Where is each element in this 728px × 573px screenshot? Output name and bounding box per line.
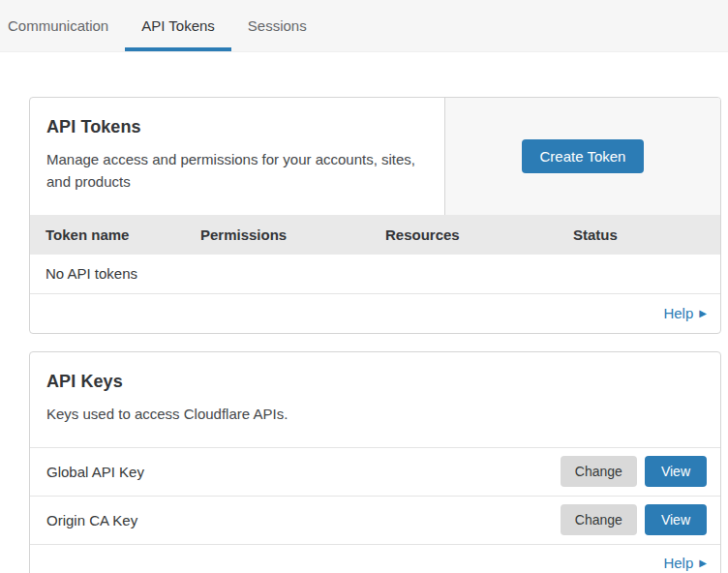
origin-ca-key-change-button[interactable]: Change <box>561 504 637 535</box>
global-api-key-label: Global API Key <box>46 464 561 480</box>
help-link-label: Help <box>663 555 693 571</box>
api-keys-card: API Keys Keys used to access Cloudflare … <box>29 351 721 573</box>
api-keys-description: Keys used to access Cloudflare APIs. <box>46 403 434 425</box>
tab-communication[interactable]: Communication <box>0 0 125 51</box>
create-token-panel: Create Token <box>444 98 720 215</box>
global-api-key-row: Global API Key Change View <box>30 447 720 496</box>
tab-sessions[interactable]: Sessions <box>231 0 323 51</box>
api-keys-card-footer: Help ▶ <box>30 544 720 573</box>
api-tokens-help-link[interactable]: Help ▶ <box>663 305 707 321</box>
origin-ca-key-row: Origin CA Key Change View <box>30 496 720 544</box>
help-link-label: Help <box>663 305 693 321</box>
api-tokens-card-header-text: API Tokens Manage access and permissions… <box>30 98 444 215</box>
column-permissions: Permissions <box>200 226 385 243</box>
api-tokens-title: API Tokens <box>46 117 421 137</box>
api-tokens-card: API Tokens Manage access and permissions… <box>29 97 721 334</box>
tab-api-tokens[interactable]: API Tokens <box>125 0 231 51</box>
api-keys-help-link[interactable]: Help ▶ <box>663 555 707 571</box>
token-table-header: Token name Permissions Resources Status <box>30 215 720 255</box>
origin-ca-key-label: Origin CA Key <box>46 512 561 528</box>
column-resources: Resources <box>385 226 573 243</box>
token-table-empty-row: No API tokens <box>30 255 720 294</box>
column-token-name: Token name <box>46 226 200 243</box>
api-tokens-description: Manage access and permissions for your a… <box>46 148 421 194</box>
main-content: API Tokens Manage access and permissions… <box>0 52 728 573</box>
global-api-key-view-button[interactable]: View <box>645 456 707 487</box>
origin-ca-key-view-button[interactable]: View <box>645 504 707 535</box>
api-keys-card-header: API Keys Keys used to access Cloudflare … <box>30 352 720 447</box>
api-keys-title: API Keys <box>46 372 705 392</box>
arrow-right-icon: ▶ <box>699 309 707 318</box>
create-token-button[interactable]: Create Token <box>522 139 645 173</box>
no-api-tokens-message: No API tokens <box>46 265 137 282</box>
arrow-right-icon: ▶ <box>699 558 707 568</box>
api-tokens-card-footer: Help ▶ <box>30 294 720 333</box>
global-api-key-change-button[interactable]: Change <box>561 456 637 487</box>
settings-tab-bar: Communication API Tokens Sessions <box>0 0 728 52</box>
api-tokens-card-header: API Tokens Manage access and permissions… <box>30 98 720 215</box>
column-status: Status <box>573 226 720 243</box>
